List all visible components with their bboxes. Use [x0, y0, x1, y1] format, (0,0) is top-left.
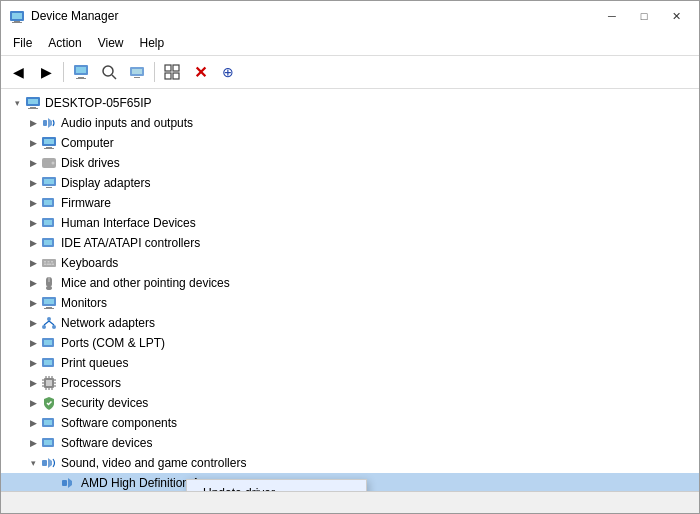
- toolbar-grid[interactable]: [159, 59, 185, 85]
- tree-item-monitors[interactable]: ▶ Monitors: [1, 293, 699, 313]
- menu-view[interactable]: View: [90, 33, 132, 53]
- expand-icon-keyboards: ▶: [25, 255, 41, 271]
- toolbar-back[interactable]: ◀: [5, 59, 31, 85]
- item-label-networkadapters: Network adapters: [61, 316, 155, 330]
- item-label-monitors: Monitors: [61, 296, 107, 310]
- expand-icon-displayadapters: ▶: [25, 175, 41, 191]
- svg-rect-49: [44, 299, 54, 304]
- svg-rect-13: [165, 65, 171, 71]
- svg-rect-33: [44, 200, 52, 205]
- window-title: Device Manager: [31, 9, 597, 23]
- tree-item-mice[interactable]: ▶ Mice and other pointing devices: [1, 273, 699, 293]
- device-manager-window: Device Manager ─ □ ✕ File Action View He…: [0, 0, 700, 514]
- expand-icon-computer: ▶: [25, 135, 41, 151]
- svg-rect-15: [165, 73, 171, 79]
- item-label-diskdrives: Disk drives: [61, 156, 120, 170]
- item-icon-mice: [41, 275, 57, 291]
- svg-rect-1: [12, 13, 22, 19]
- tree-item-softwaredevices[interactable]: ▶ Software devices: [1, 433, 699, 453]
- svg-rect-80: [62, 480, 67, 486]
- svg-rect-23: [44, 139, 54, 144]
- toolbar-scan[interactable]: [96, 59, 122, 85]
- svg-rect-21: [43, 120, 47, 126]
- menu-file[interactable]: File: [5, 33, 40, 53]
- svg-rect-42: [44, 264, 46, 266]
- tree-item-processors[interactable]: ▶ Processors: [1, 373, 699, 393]
- svg-point-52: [47, 317, 51, 321]
- svg-rect-3: [12, 22, 22, 23]
- tree-item-firmware[interactable]: ▶ Firmware: [1, 193, 699, 213]
- toolbar-sep-1: [63, 62, 64, 82]
- maximize-button[interactable]: □: [629, 3, 659, 29]
- item-label-audio: Audio inputs and outputs: [61, 116, 193, 130]
- svg-rect-7: [76, 78, 86, 79]
- tree-item-ideata[interactable]: ▶ IDE ATA/ATAPI controllers: [1, 233, 699, 253]
- tree-item-computer[interactable]: ▶ Computer: [1, 133, 699, 153]
- item-label-computer: Computer: [61, 136, 114, 150]
- svg-line-55: [44, 321, 49, 325]
- item-label-ideata: IDE ATA/ATAPI controllers: [61, 236, 200, 250]
- expand-icon-mice: ▶: [25, 275, 41, 291]
- svg-rect-2: [14, 21, 20, 22]
- expand-icon-softwarecomponents: ▶: [25, 415, 41, 431]
- tree-item-displayadapters[interactable]: ▶ Display adapters: [1, 173, 699, 193]
- root-label: DESKTOP-05F65IP: [45, 96, 152, 110]
- svg-rect-11: [132, 69, 142, 74]
- item-label-printqueues: Print queues: [61, 356, 128, 370]
- item-icon-monitors: [41, 295, 57, 311]
- svg-rect-50: [46, 307, 52, 308]
- tree-root[interactable]: ▾ DESKTOP-05F65IP: [1, 93, 699, 113]
- tree-view[interactable]: ▾ DESKTOP-05F65IP ▶ Audio inputs and out…: [1, 89, 699, 491]
- menu-action[interactable]: Action: [40, 33, 89, 53]
- tree-item-security[interactable]: ▶ Security devices: [1, 393, 699, 413]
- svg-line-56: [49, 321, 54, 325]
- item-icon-processors: [41, 375, 57, 391]
- toolbar-delete[interactable]: ✕: [187, 59, 213, 85]
- tree-item-diskdrives[interactable]: ▶ Disk drives: [1, 153, 699, 173]
- toolbar-sep-2: [154, 62, 155, 82]
- svg-rect-62: [46, 380, 52, 386]
- svg-rect-6: [78, 77, 84, 78]
- context-menu-update-driver[interactable]: Update driver: [187, 480, 366, 491]
- expand-icon-monitors: ▶: [25, 295, 41, 311]
- tree-items-container: ▶ Audio inputs and outputs▶ Computer▶ Di…: [1, 113, 699, 491]
- item-icon-softwaredevices: [41, 435, 57, 451]
- tree-item-audio[interactable]: ▶ Audio inputs and outputs: [1, 113, 699, 133]
- svg-rect-31: [46, 187, 52, 188]
- item-icon-keyboards: [41, 255, 57, 271]
- svg-rect-40: [48, 261, 50, 263]
- minimize-button[interactable]: ─: [597, 3, 627, 29]
- item-label-ports: Ports (COM & LPT): [61, 336, 165, 350]
- toolbar-refresh[interactable]: ⊕: [215, 59, 241, 85]
- window-controls: ─ □ ✕: [597, 3, 691, 29]
- svg-rect-19: [30, 107, 36, 108]
- svg-point-53: [42, 325, 46, 329]
- toolbar-forward[interactable]: ▶: [33, 59, 59, 85]
- item-icon-computer: [41, 135, 57, 151]
- svg-rect-28: [43, 161, 50, 162]
- tree-item-printqueues[interactable]: ▶ Print queues: [1, 353, 699, 373]
- tree-item-keyboards[interactable]: ▶ Keyboards: [1, 253, 699, 273]
- tree-item-hid[interactable]: ▶ Human Interface Devices: [1, 213, 699, 233]
- svg-rect-25: [44, 148, 54, 149]
- svg-rect-5: [76, 67, 86, 73]
- expand-icon-audio: ▶: [25, 115, 41, 131]
- toolbar-device[interactable]: [124, 59, 150, 85]
- tree-item-ports[interactable]: ▶ Ports (COM & LPT): [1, 333, 699, 353]
- menu-help[interactable]: Help: [132, 33, 173, 53]
- close-button[interactable]: ✕: [661, 3, 691, 29]
- window-icon: [9, 8, 25, 24]
- item-label-processors: Processors: [61, 376, 121, 390]
- tree-item-soundvideo[interactable]: ▾ Sound, video and game controllers: [1, 453, 699, 473]
- context-menu: Update driver Disable device Uninstall d…: [186, 479, 367, 491]
- toolbar: ◀ ▶: [1, 56, 699, 89]
- menu-bar: File Action View Help: [1, 31, 699, 56]
- svg-rect-18: [28, 99, 38, 104]
- svg-rect-44: [52, 264, 54, 266]
- tree-item-softwarecomponents[interactable]: ▶ Software components: [1, 413, 699, 433]
- item-icon-softwarecomponents: [41, 415, 57, 431]
- tree-item-networkadapters[interactable]: ▶ Network adapters: [1, 313, 699, 333]
- svg-rect-24: [46, 147, 52, 148]
- item-icon-ideata: [41, 235, 57, 251]
- toolbar-properties[interactable]: [68, 59, 94, 85]
